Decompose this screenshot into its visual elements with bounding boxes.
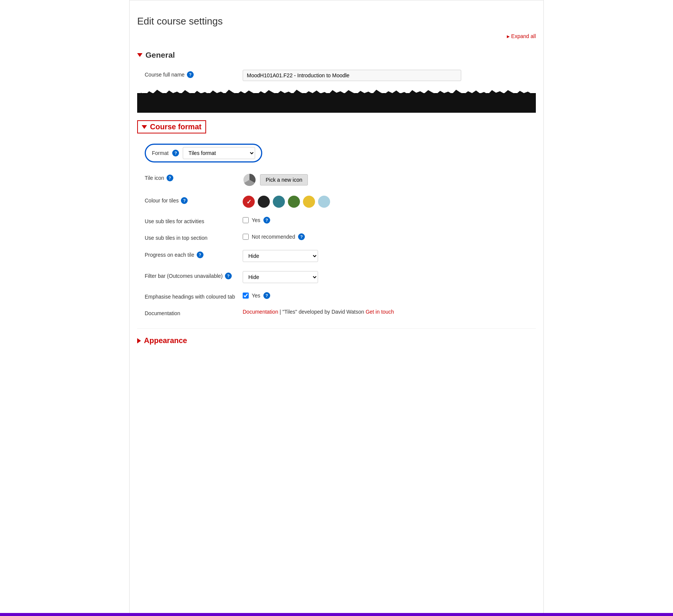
tile-icon-control: Pick a new icon: [243, 173, 528, 187]
course-full-name-help-icon[interactable]: ?: [187, 71, 194, 78]
sub-tiles-activities-checkbox-group: Yes ?: [243, 217, 270, 224]
course-format-toggle-icon[interactable]: [142, 125, 147, 129]
color-dot-green[interactable]: [288, 196, 300, 208]
emphasise-control: Yes ?: [243, 292, 528, 299]
general-section-title: General: [145, 51, 175, 60]
color-dot-black[interactable]: [258, 196, 270, 208]
filter-control: Hide Show: [243, 271, 528, 283]
filter-select[interactable]: Hide Show: [243, 271, 318, 283]
colour-for-tiles-row: Colour for tiles ?: [137, 191, 536, 212]
course-full-name-label: Course full name ?: [145, 70, 235, 78]
emphasise-help-icon[interactable]: ?: [263, 292, 270, 299]
sub-tiles-top-help-icon[interactable]: ?: [298, 233, 305, 240]
format-highlighted-container: Format ? Tiles format Topics format Week…: [145, 144, 262, 162]
format-help-icon[interactable]: ?: [172, 150, 179, 156]
course-format-section: Course format Format ? Tiles format Topi…: [137, 113, 536, 328]
colour-help-icon[interactable]: ?: [181, 197, 188, 204]
progress-help-icon[interactable]: ?: [197, 251, 203, 258]
appearance-title: Appearance: [144, 336, 187, 345]
progress-select[interactable]: Hide Show: [243, 250, 318, 262]
sub-tiles-top-label: Use sub tiles in top section: [145, 233, 235, 241]
color-dot-red[interactable]: [243, 196, 255, 208]
sub-tiles-top-checkbox-group: Not recommended ?: [243, 233, 305, 240]
documentation-control: Documentation | "Tiles" developed by Dav…: [243, 309, 528, 315]
course-format-header-row: Course format: [137, 116, 536, 139]
sub-tiles-top-text: Not recommended: [252, 234, 295, 240]
course-full-name-row: Course full name ?: [137, 65, 536, 86]
tile-icon-help-icon[interactable]: ?: [167, 175, 173, 181]
format-row: Format ? Tiles format Topics format Week…: [137, 139, 536, 169]
emphasise-yes-label: Yes: [252, 293, 260, 299]
colour-label: Colour for tiles ?: [145, 196, 235, 204]
sub-tiles-activities-checkbox[interactable]: [243, 217, 249, 223]
sub-tiles-top-checkbox[interactable]: [243, 234, 249, 240]
sub-tiles-activities-row: Use sub tiles for activities Yes ?: [137, 212, 536, 229]
color-dots-container: [243, 196, 330, 208]
progress-row: Progress on each tile ? Hide Show: [137, 245, 536, 267]
tile-icon-label: Tile icon ?: [145, 173, 235, 181]
tile-icon-row: Tile icon ? Pick a new icon: [137, 169, 536, 191]
bottom-bar: [0, 613, 673, 616]
filter-bar-row: Filter bar (Outcomes unavailable) ? Hide…: [137, 267, 536, 288]
color-dot-teal[interactable]: [273, 196, 285, 208]
course-format-title: Course format: [150, 123, 202, 131]
appearance-header: Appearance: [137, 333, 536, 349]
sub-tiles-activities-yes-label: Yes: [252, 217, 260, 223]
general-toggle-icon[interactable]: [137, 53, 142, 57]
documentation-row: Documentation Documentation | "Tiles" de…: [137, 304, 536, 321]
general-header: General: [137, 47, 536, 65]
format-select[interactable]: Tiles format Topics format Weekly format…: [183, 147, 255, 159]
documentation-label: Documentation: [145, 309, 235, 316]
filter-label: Filter bar (Outcomes unavailable) ?: [145, 271, 235, 279]
expand-all-button[interactable]: ▶ Expand all: [507, 33, 536, 39]
documentation-text: Documentation | "Tiles" developed by Dav…: [243, 309, 394, 315]
color-dot-light-blue[interactable]: [318, 196, 330, 208]
course-full-name-control: [243, 70, 528, 81]
expand-all-label: Expand all: [511, 33, 536, 39]
color-dot-yellow[interactable]: [303, 196, 315, 208]
progress-label: Progress on each tile ?: [145, 250, 235, 258]
emphasise-label: Emphasise headings with coloured tab: [145, 292, 235, 300]
filter-help-icon[interactable]: ?: [225, 273, 232, 279]
emphasise-checkbox[interactable]: [243, 293, 249, 299]
torn-divider: [137, 94, 536, 113]
appearance-toggle-icon[interactable]: [137, 338, 141, 343]
sub-tiles-activities-help-icon[interactable]: ?: [263, 217, 270, 224]
emphasise-checkbox-group: Yes ?: [243, 292, 270, 299]
get-in-touch-link[interactable]: Get in touch: [366, 309, 394, 315]
sub-tiles-activities-control: Yes ?: [243, 217, 528, 224]
pie-chart-icon: [243, 173, 256, 187]
sub-tiles-top-row: Use sub tiles in top section Not recomme…: [137, 229, 536, 245]
course-format-title-box: Course format: [137, 120, 206, 133]
page-title: Edit course settings: [137, 8, 536, 31]
progress-control: Hide Show: [243, 250, 528, 262]
format-label: Format: [152, 150, 168, 156]
course-full-name-input[interactable]: [243, 70, 461, 81]
expand-arrow-icon: ▶: [507, 34, 510, 38]
documentation-link[interactable]: Documentation: [243, 309, 278, 315]
emphasise-row: Emphasise headings with coloured tab Yes…: [137, 288, 536, 304]
sub-tiles-top-control: Not recommended ?: [243, 233, 528, 240]
colour-control: [243, 196, 528, 208]
pick-icon-button[interactable]: Pick a new icon: [260, 174, 308, 185]
appearance-section: Appearance: [137, 328, 536, 352]
general-section: General Course full name ?: [137, 43, 536, 94]
sub-tiles-activities-label: Use sub tiles for activities: [145, 217, 235, 224]
documentation-separator: | "Tiles" developed by David Watson: [280, 309, 366, 315]
